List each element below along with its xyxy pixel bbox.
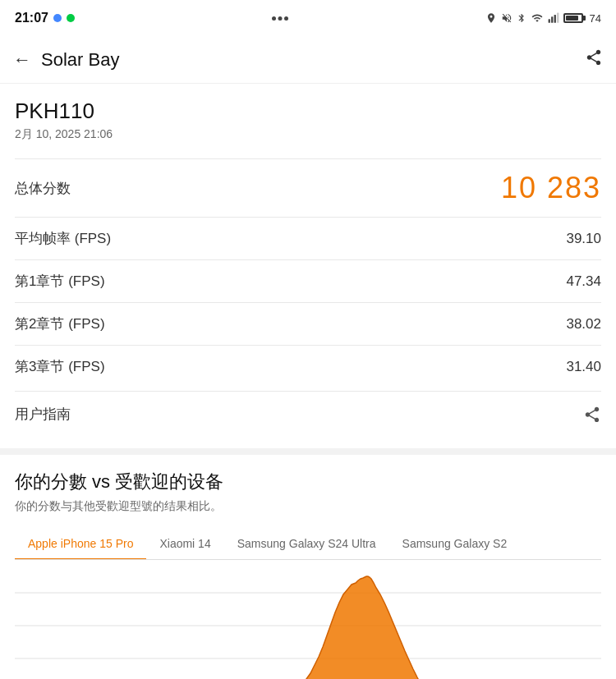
fps-label: 第1章节 (FPS) xyxy=(15,272,105,291)
battery-icon xyxy=(563,13,586,23)
total-score-value: 10 283 xyxy=(501,171,601,205)
svg-rect-8 xyxy=(557,13,559,23)
fps-value: 39.10 xyxy=(566,231,601,247)
share-button[interactable] xyxy=(585,48,603,71)
fps-rows: 平均帧率 (FPS) 39.10 第1章节 (FPS) 47.34 第2章节 (… xyxy=(15,217,601,388)
fps-label: 平均帧率 (FPS) xyxy=(15,229,111,248)
user-guide-row[interactable]: 用户指南 xyxy=(15,391,601,437)
fps-value: 31.40 xyxy=(566,359,601,375)
distribution-chart xyxy=(15,560,601,679)
status-center-dots xyxy=(272,16,288,21)
total-score-label: 总体分数 xyxy=(15,179,71,198)
svg-point-2 xyxy=(272,16,276,21)
mute-icon xyxy=(501,12,513,24)
fps-row: 平均帧率 (FPS) 39.10 xyxy=(15,217,601,259)
fps-row: 第2章节 (FPS) 38.02 xyxy=(15,302,601,345)
svg-point-3 xyxy=(278,16,282,21)
benchmark-id: PKH110 xyxy=(15,99,601,124)
svg-point-1 xyxy=(67,14,75,22)
app-title: Solar Bay xyxy=(41,49,119,71)
status-bar-right: 74 xyxy=(485,12,601,25)
share-icon xyxy=(585,48,603,67)
app-bar-left: ← Solar Bay xyxy=(13,49,119,71)
benchmark-date: 2月 10, 2025 21:06 xyxy=(15,127,601,142)
location-icon xyxy=(485,12,497,24)
benchmark-content: PKH110 2月 10, 2025 21:06 总体分数 10 283 平均帧… xyxy=(0,84,616,437)
status-time: 21:07 xyxy=(15,11,48,25)
fps-row: 第1章节 (FPS) 47.34 xyxy=(15,259,601,302)
svg-point-4 xyxy=(284,16,288,21)
app-bar: ← Solar Bay xyxy=(0,36,616,84)
tab-xiaomi14[interactable]: Xiaomi 14 xyxy=(146,529,223,560)
battery-percent: 74 xyxy=(590,12,601,25)
overflow-dots-icon xyxy=(272,16,288,21)
total-score-row: 总体分数 10 283 xyxy=(15,158,601,217)
svg-rect-5 xyxy=(548,19,549,23)
fps-value: 38.02 xyxy=(566,316,601,333)
tab-galaxys2[interactable]: Samsung Galaxy S2 xyxy=(389,529,521,560)
fps-label: 第3章节 (FPS) xyxy=(15,357,105,376)
device-tabs: Apple iPhone 15 ProXiaomi 14Samsung Gala… xyxy=(15,529,601,560)
chart-area xyxy=(15,560,601,679)
notification-dot-icon xyxy=(53,14,62,22)
fps-row: 第3章节 (FPS) 31.40 xyxy=(15,345,601,388)
user-guide-share-icon xyxy=(583,406,601,424)
wifi-icon xyxy=(531,12,544,24)
back-button[interactable]: ← xyxy=(13,49,31,71)
status-bar: 21:07 74 xyxy=(0,0,616,36)
green-dot-icon xyxy=(67,14,75,22)
user-guide-label: 用户指南 xyxy=(15,405,71,424)
fps-value: 47.34 xyxy=(566,273,601,290)
status-bar-left: 21:07 xyxy=(15,11,75,25)
comparison-subtitle: 你的分数与其他受歡迎型號的结果相比。 xyxy=(15,499,601,514)
bluetooth-icon xyxy=(517,12,526,24)
svg-rect-7 xyxy=(554,15,555,23)
comparison-section: 你的分數 vs 受歡迎的设备 你的分数与其他受歡迎型號的结果相比。 Apple … xyxy=(0,448,616,679)
fps-label: 第2章节 (FPS) xyxy=(15,314,105,333)
svg-rect-6 xyxy=(551,16,553,23)
tab-iphone15pro[interactable]: Apple iPhone 15 Pro xyxy=(15,529,146,560)
tab-s24ultra[interactable]: Samsung Galaxy S24 Ultra xyxy=(224,529,389,560)
comparison-title: 你的分數 vs 受歡迎的设备 xyxy=(15,470,601,494)
signal-icon xyxy=(548,12,559,24)
chart-main-curve xyxy=(237,576,483,679)
svg-point-0 xyxy=(53,14,62,22)
